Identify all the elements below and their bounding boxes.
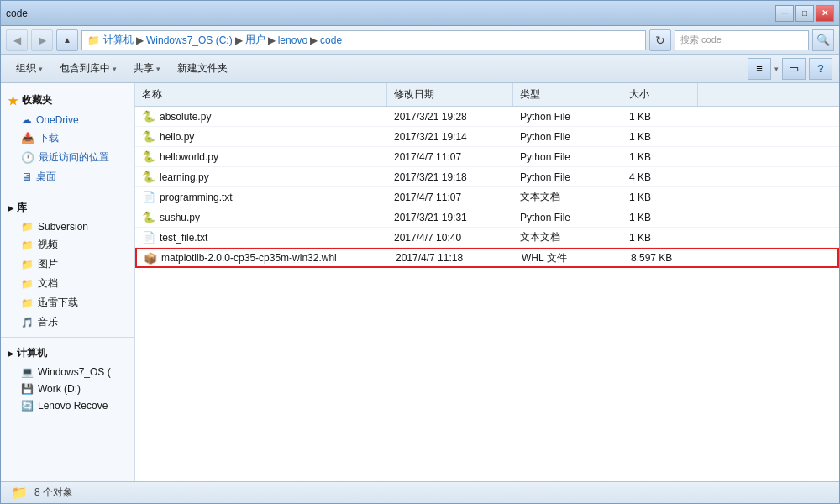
organize-button[interactable]: 组织 ▾ [8, 57, 51, 81]
include-library-label: 包含到库中 [60, 61, 110, 76]
new-folder-button[interactable]: 新建文件夹 [169, 57, 236, 81]
include-library-button[interactable]: 包含到库中 ▾ [51, 57, 125, 81]
sidebar-item-onedrive[interactable]: ☁ OneDrive [1, 111, 134, 129]
python-file-icon: 🐍 [142, 211, 155, 223]
search-placeholder: 搜索 code [680, 34, 722, 46]
path-item-users[interactable]: 用户 [245, 33, 265, 47]
file-size-helloworld-py: 1 KB [622, 151, 698, 163]
xunlei-label: 迅雷下载 [38, 296, 78, 310]
column-header-size[interactable]: 大小 [622, 83, 698, 106]
recent-icon: 🕐 [21, 151, 34, 164]
libraries-expand-icon: ▶ [8, 204, 13, 213]
video-icon: 📁 [21, 239, 34, 251]
favorites-header[interactable]: ★ 收藏夹 [1, 90, 134, 111]
file-type-absolute-py: Python File [513, 111, 622, 123]
pictures-icon: 📁 [21, 259, 34, 270]
search-box[interactable]: 搜索 code [675, 30, 809, 50]
sidebar-item-windows7-os[interactable]: 💻 Windows7_OS ( [1, 364, 134, 381]
up-button[interactable]: ▲ [56, 29, 78, 51]
forward-button[interactable]: ▶ [31, 29, 53, 51]
share-button[interactable]: 共享 ▾ [125, 57, 169, 81]
path-item-code[interactable]: code [320, 34, 342, 46]
folder-icon: 📁 [87, 34, 100, 46]
file-row-sushu-py[interactable]: 🐍 sushu.py 2017/3/21 19:31 Python File 1… [135, 207, 839, 228]
file-name-test-file-txt: 📄 test_file.txt [135, 231, 387, 244]
sidebar-item-work[interactable]: 💾 Work (D:) [1, 381, 134, 397]
libraries-label: 库 [17, 201, 27, 215]
view-toggle-button[interactable]: ≡ [748, 58, 771, 80]
column-header-name[interactable]: 名称 [135, 83, 387, 106]
file-date-absolute-py: 2017/3/21 19:28 [387, 111, 513, 123]
subversion-label: Subversion [38, 221, 88, 233]
sidebar-item-downloads[interactable]: 📥 下载 [1, 129, 134, 148]
file-date-helloworld-py: 2017/4/7 11:07 [387, 151, 513, 163]
refresh-button[interactable]: ↻ [649, 29, 671, 51]
subversion-icon: 📁 [21, 221, 34, 233]
file-row-hello-py[interactable]: 🐍 hello.py 2017/3/21 19:14 Python File 1… [135, 127, 839, 147]
xunlei-icon: 📁 [21, 297, 34, 309]
file-row-programming-txt[interactable]: 📄 programming.txt 2017/4/7 11:07 文本文档 1 … [135, 187, 839, 207]
sidebar-separator-1 [1, 192, 134, 192]
file-date-hello-py: 2017/3/21 19:14 [387, 131, 513, 143]
text-file-icon: 📄 [142, 191, 155, 203]
preview-pane-button[interactable]: ▭ [782, 58, 806, 80]
sidebar-item-lenovo-recover[interactable]: 🔄 Lenovo Recove [1, 397, 134, 414]
file-type-sushu-py: Python File [513, 212, 622, 223]
file-date-sushu-py: 2017/3/21 19:31 [387, 212, 513, 223]
file-size-programming-txt: 1 KB [622, 192, 698, 203]
sidebar-item-documents[interactable]: 📁 文档 [1, 274, 134, 293]
sidebar-item-music[interactable]: 🎵 音乐 [1, 312, 134, 332]
path-item-computer[interactable]: 计算机 [103, 33, 134, 47]
back-button[interactable]: ◀ [6, 29, 28, 51]
close-button[interactable]: ✕ [816, 5, 834, 22]
file-row-absolute-py[interactable]: 🐍 absolute.py 2017/3/21 19:28 Python Fil… [135, 107, 839, 127]
video-label: 视频 [38, 238, 58, 252]
sidebar-item-desktop[interactable]: 🖥 桌面 [1, 167, 134, 186]
file-row-matplotlib-whl[interactable]: 📦 matplotlib-2.0.0-cp35-cp35m-win32.whl … [135, 248, 839, 268]
whl-file-icon: 📦 [144, 252, 157, 265]
status-text: 8 个对象 [34, 486, 73, 500]
sidebar-item-video[interactable]: 📁 视频 [1, 235, 134, 255]
file-row-learning-py[interactable]: 🐍 learning.py 2017/3/21 19:18 Python Fil… [135, 167, 839, 187]
help-button[interactable]: ? [809, 58, 832, 80]
view-dropdown-icon[interactable]: ▾ [774, 65, 779, 73]
file-size-matplotlib-whl: 8,597 KB [624, 252, 700, 264]
file-size-test-file-txt: 1 KB [622, 232, 698, 244]
file-row-test-file-txt[interactable]: 📄 test_file.txt 2017/4/7 10:40 文本文档 1 KB [135, 228, 839, 248]
file-list-container: 名称 修改日期 类型 大小 🐍 absolute.py 2017/3/21 19… [135, 83, 839, 481]
file-size-absolute-py: 1 KB [622, 111, 698, 123]
computer-header[interactable]: ▶ 计算机 [1, 343, 134, 364]
python-file-icon: 🐍 [142, 150, 155, 163]
address-path[interactable]: 📁 计算机 ▶ Windows7_OS (C:) ▶ 用户 ▶ lenovo ▶… [81, 30, 646, 50]
file-name-hello-py: 🐍 hello.py [135, 130, 387, 143]
python-file-icon: 🐍 [142, 110, 155, 123]
python-file-icon: 🐍 [142, 130, 155, 143]
file-date-programming-txt: 2017/4/7 11:07 [387, 192, 513, 203]
sidebar-item-subversion[interactable]: 📁 Subversion [1, 218, 134, 235]
file-type-programming-txt: 文本文档 [513, 190, 622, 204]
file-list: 🐍 absolute.py 2017/3/21 19:28 Python Fil… [135, 107, 839, 481]
downloads-label: 下载 [39, 131, 59, 145]
sidebar-item-recent[interactable]: 🕐 最近访问的位置 [1, 148, 134, 167]
sidebar-separator-2 [1, 337, 134, 338]
sidebar-item-pictures[interactable]: 📁 图片 [1, 255, 134, 274]
path-item-lenovo[interactable]: lenovo [278, 34, 307, 46]
column-header-date[interactable]: 修改日期 [387, 83, 513, 106]
downloads-icon: 📥 [21, 132, 34, 144]
sidebar-item-xunlei[interactable]: 📁 迅雷下载 [1, 293, 134, 312]
file-name-helloworld-py: 🐍 helloworld.py [135, 150, 387, 163]
pictures-label: 图片 [38, 257, 58, 271]
column-header-type[interactable]: 类型 [513, 83, 622, 106]
maximize-button[interactable]: □ [795, 5, 814, 22]
toolbar: 组织 ▾ 包含到库中 ▾ 共享 ▾ 新建文件夹 ≡ ▾ ▭ ? [1, 55, 839, 83]
titlebar-controls: ─ □ ✕ [775, 5, 834, 22]
search-button[interactable]: 🔍 [812, 29, 834, 51]
file-date-learning-py: 2017/3/21 19:18 [387, 171, 513, 183]
file-name-matplotlib-whl: 📦 matplotlib-2.0.0-cp35-cp35m-win32.whl [137, 252, 389, 265]
file-list-header: 名称 修改日期 类型 大小 [135, 83, 839, 107]
file-row-helloworld-py[interactable]: 🐍 helloworld.py 2017/4/7 11:07 Python Fi… [135, 147, 839, 167]
minimize-button[interactable]: ─ [775, 5, 794, 22]
file-size-learning-py: 4 KB [622, 171, 698, 183]
path-item-drive[interactable]: Windows7_OS (C:) [146, 34, 233, 46]
libraries-header[interactable]: ▶ 库 [1, 197, 134, 218]
